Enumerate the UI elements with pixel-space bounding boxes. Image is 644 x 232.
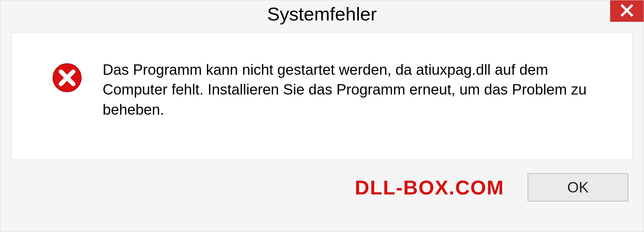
dialog-title: Systemfehler <box>267 3 377 25</box>
message-panel: Das Programm kann nicht gestartet werden… <box>11 33 633 160</box>
ok-button[interactable]: OK <box>528 173 628 201</box>
close-icon <box>620 4 634 18</box>
titlebar: Systemfehler <box>0 0 644 27</box>
error-dialog: Systemfehler Das Programm kann nicht ges… <box>0 0 644 232</box>
error-message: Das Programm kann nicht gestartet werden… <box>103 60 606 119</box>
watermark-text: DLL-BOX.COM <box>355 176 504 199</box>
error-icon <box>52 62 83 93</box>
close-button[interactable] <box>610 0 644 22</box>
dialog-footer: DLL-BOX.COM OK <box>0 160 644 215</box>
